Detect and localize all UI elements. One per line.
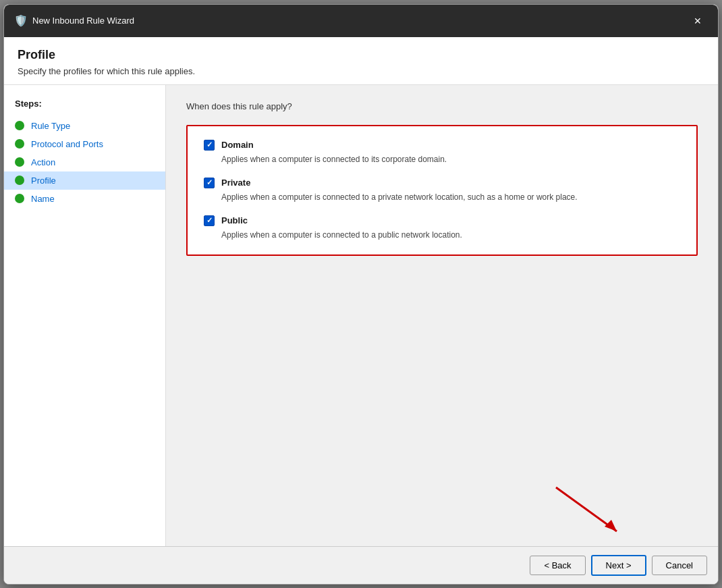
step-dot-name — [15, 194, 24, 203]
sidebar-item-name[interactable]: Name — [4, 190, 165, 208]
step-label-profile: Profile — [31, 176, 56, 186]
domain-description: Applies when a computer is connected to … — [204, 153, 680, 165]
step-dot-profile — [15, 176, 24, 185]
step-dot-protocol-ports — [15, 139, 24, 149]
title-bar: 🛡️ New Inbound Rule Wizard ✕ — [4, 5, 718, 37]
public-checkbox[interactable]: ✓ — [204, 215, 215, 226]
profile-options-box: ✓ Domain Applies when a computer is conn… — [186, 125, 698, 256]
domain-option-header: ✓ Domain — [204, 140, 680, 151]
window-title: New Inbound Rule Wizard — [32, 16, 134, 26]
sidebar-item-action[interactable]: Action — [4, 153, 165, 171]
private-checkbox[interactable]: ✓ — [204, 178, 215, 188]
step-dot-rule-type — [15, 121, 24, 130]
sidebar-item-profile[interactable]: Profile — [4, 171, 165, 190]
private-checkmark: ✓ — [206, 178, 213, 187]
back-button[interactable]: < Back — [530, 556, 585, 575]
private-option-header: ✓ Private — [204, 178, 680, 188]
page-subtitle: Specify the profiles for which this rule… — [18, 66, 704, 76]
step-label-name: Name — [31, 194, 55, 204]
domain-title: Domain — [221, 140, 254, 150]
sidebar-item-protocol-ports[interactable]: Protocol and Ports — [4, 135, 165, 153]
wizard-window: 🛡️ New Inbound Rule Wizard ✕ Profile Spe… — [3, 4, 719, 585]
question-text: When does this rule apply? — [186, 101, 698, 111]
step-label-rule-type: Rule Type — [31, 121, 70, 131]
step-label-protocol-ports: Protocol and Ports — [31, 139, 103, 149]
content-area: Steps: Rule Type Protocol and Ports Acti… — [4, 85, 718, 546]
next-button[interactable]: Next > — [591, 555, 646, 576]
main-panel: When does this rule apply? ✓ Domain Appl… — [166, 85, 718, 546]
sidebar: Steps: Rule Type Protocol and Ports Acti… — [4, 85, 166, 546]
domain-checkbox[interactable]: ✓ — [204, 140, 215, 151]
step-label-action: Action — [31, 157, 55, 167]
steps-label: Steps: — [4, 99, 165, 117]
footer: < Back Next > Cancel — [4, 546, 718, 584]
private-option: ✓ Private Applies when a computer is con… — [204, 178, 680, 203]
private-title: Private — [221, 178, 250, 188]
sidebar-item-rule-type[interactable]: Rule Type — [4, 117, 165, 135]
page-title: Profile — [18, 48, 704, 62]
app-icon: 🛡️ — [15, 15, 27, 27]
close-button[interactable]: ✕ — [688, 11, 707, 30]
step-dot-action — [15, 157, 24, 167]
public-description: Applies when a computer is connected to … — [204, 229, 680, 241]
public-checkmark: ✓ — [206, 216, 213, 225]
domain-option: ✓ Domain Applies when a computer is conn… — [204, 140, 680, 165]
public-option-header: ✓ Public — [204, 215, 680, 226]
public-title: Public — [221, 215, 248, 225]
cancel-button[interactable]: Cancel — [652, 556, 707, 575]
domain-checkmark: ✓ — [206, 140, 213, 149]
public-option: ✓ Public Applies when a computer is conn… — [204, 215, 680, 241]
title-bar-left: 🛡️ New Inbound Rule Wizard — [15, 15, 134, 27]
header-area: Profile Specify the profiles for which t… — [4, 37, 718, 85]
private-description: Applies when a computer is connected to … — [204, 191, 680, 203]
